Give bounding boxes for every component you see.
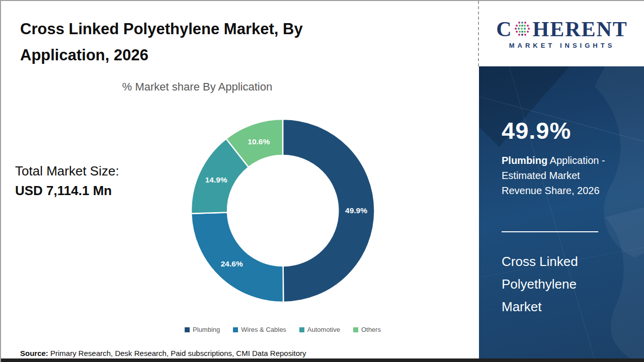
logo-subtitle: MARKET INSIGHTS bbox=[509, 42, 615, 49]
source-line: Source: Primary Research, Desk Research,… bbox=[20, 349, 306, 357]
panel-footer-line2: Polyethylene bbox=[502, 273, 578, 296]
legend-label: Others bbox=[361, 326, 381, 333]
legend-swatch-icon bbox=[299, 327, 304, 332]
donut-label-10.6%: 10.6% bbox=[248, 137, 270, 146]
donut-slice-wires-cables bbox=[191, 212, 283, 302]
legend-item-wires-cables: Wires & Cables bbox=[233, 326, 286, 333]
panel-divider bbox=[502, 231, 598, 232]
legend-swatch-icon bbox=[353, 327, 358, 332]
chart-legend: PlumbingWires & CablesAutomotiveOthers bbox=[87, 326, 479, 333]
total-market-label: Total Market Size: bbox=[15, 161, 119, 181]
legend-label: Plumbing bbox=[193, 326, 220, 333]
donut-label-24.6%: 24.6% bbox=[221, 259, 243, 268]
highlight-value: 49.9% bbox=[502, 117, 571, 144]
logo-letter-c: C bbox=[496, 19, 512, 40]
source-label: Source: bbox=[20, 349, 48, 357]
legend-swatch-icon bbox=[185, 327, 190, 332]
page-title-line1: Cross Linked Polyethylene Market, By bbox=[20, 16, 362, 42]
source-text: Primary Research, Desk Research, Paid su… bbox=[48, 349, 306, 357]
donut-label-14.9%: 14.9% bbox=[205, 175, 227, 184]
panel-footer-line1: Cross Linked bbox=[502, 250, 578, 273]
highlight-segment: Plumbing bbox=[502, 155, 547, 166]
bottom-bar bbox=[1, 358, 644, 362]
legend-item-others: Others bbox=[353, 326, 381, 333]
sidebar-panel: 49.9% Plumbing Application - Estimated M… bbox=[479, 66, 644, 360]
chart-subtitle: % Market share By Application bbox=[1, 80, 393, 94]
legend-item-automotive: Automotive bbox=[299, 326, 340, 333]
panel-footer-title: Cross Linked Polyethylene Market bbox=[502, 250, 578, 318]
total-market-size: Total Market Size: USD 7,114.1 Mn bbox=[15, 161, 119, 200]
donut-chart: 49.9%24.6%14.9%10.6% bbox=[185, 113, 381, 309]
logo-zone: C HERENT MARKET INSIGHTS bbox=[478, 1, 644, 66]
total-market-value: USD 7,114.1 Mn bbox=[15, 181, 119, 200]
page-title-line2: Application, 2026 bbox=[20, 42, 362, 68]
donut-label-49.9%: 49.9% bbox=[345, 206, 367, 215]
main-content: Cross Linked Polyethylene Market, By App… bbox=[1, 1, 479, 360]
panel-footer-line3: Market bbox=[502, 296, 578, 318]
coherent-logo: C HERENT bbox=[496, 19, 628, 40]
logo-letters-rest: HERENT bbox=[532, 19, 627, 40]
page-title: Cross Linked Polyethylene Market, By App… bbox=[20, 16, 362, 68]
legend-swatch-icon bbox=[233, 327, 238, 332]
highlight-description: Plumbing Application - Estimated Market … bbox=[502, 153, 611, 198]
coherent-globe-icon bbox=[513, 20, 531, 38]
legend-label: Automotive bbox=[307, 326, 340, 333]
legend-item-plumbing: Plumbing bbox=[185, 326, 220, 333]
legend-label: Wires & Cables bbox=[241, 326, 286, 333]
